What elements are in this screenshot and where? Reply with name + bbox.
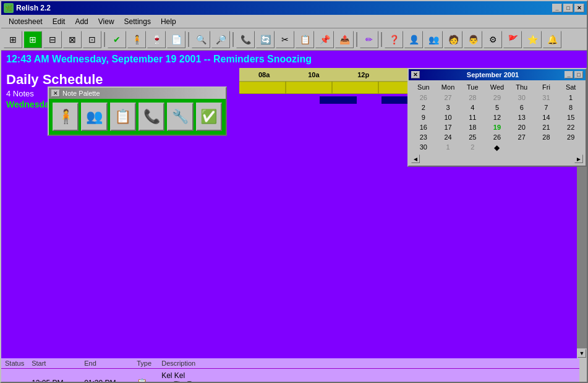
- palette-btn-phone[interactable]: 📞: [138, 103, 164, 131]
- cal-cell[interactable]: 9: [411, 112, 436, 122]
- cal-cell[interactable]: 12: [485, 112, 509, 122]
- cal-cell[interactable]: 14: [534, 112, 559, 122]
- cal-prev-btn[interactable]: ◄: [411, 154, 420, 163]
- app-title: Relish 2.2: [16, 4, 552, 12]
- minimize-button[interactable]: _: [552, 4, 562, 12]
- cal-cell[interactable]: 22: [558, 122, 583, 132]
- cal-cell[interactable]: 5: [485, 103, 509, 112]
- menu-settings[interactable]: Settings: [119, 16, 156, 27]
- close-button[interactable]: ✕: [574, 4, 584, 12]
- palette-btn-group[interactable]: 👥: [81, 103, 107, 131]
- tool-grid5[interactable]: ⊡: [83, 31, 101, 48]
- cal-cell[interactable]: 10: [436, 112, 461, 122]
- cal-cell[interactable]: 29: [485, 93, 509, 103]
- cal-cell[interactable]: 28: [460, 93, 485, 103]
- tool-paste[interactable]: 📌: [315, 31, 334, 48]
- tool-zoom[interactable]: 🔎: [211, 31, 230, 48]
- cal-cell[interactable]: 2: [411, 103, 436, 112]
- cal-cell-today[interactable]: 19: [485, 122, 509, 132]
- cal-cell[interactable]: 11: [460, 112, 485, 122]
- cal-cell: [534, 142, 559, 153]
- cal-cell[interactable]: 1: [436, 142, 461, 153]
- cal-next-btn[interactable]: ►: [574, 154, 583, 163]
- note-palette-content: 🧍 👥 📋 📞 🔧 ✅: [49, 99, 226, 135]
- cal-cell[interactable]: 29: [558, 132, 583, 142]
- cal-cell[interactable]: 28: [534, 132, 559, 142]
- cal-cell[interactable]: 4: [460, 103, 485, 112]
- tool-grid3[interactable]: ⊟: [43, 31, 62, 48]
- tool-scissors[interactable]: ✂: [276, 31, 294, 48]
- tool-star[interactable]: ⭐: [523, 31, 542, 48]
- tool-phone[interactable]: 📞: [236, 31, 255, 48]
- cal-cell[interactable]: 26: [485, 132, 509, 142]
- cal-cell[interactable]: 1: [558, 93, 583, 103]
- col-header-start: Start: [28, 358, 80, 369]
- cal-wed: Wed: [485, 83, 509, 91]
- tool-help[interactable]: ❓: [385, 31, 403, 48]
- tool-person3[interactable]: 👥: [424, 31, 443, 48]
- tool-copy[interactable]: 📋: [296, 31, 314, 48]
- cal-cell[interactable]: 16: [411, 122, 436, 132]
- cal-cell[interactable]: 27: [436, 93, 461, 103]
- tool-send[interactable]: 📤: [335, 31, 354, 48]
- col-header-desc: Description: [158, 358, 579, 369]
- cal-cell[interactable]: 7: [534, 103, 559, 112]
- tool-person4[interactable]: 🧑: [444, 31, 462, 48]
- cal-cell[interactable]: 18: [460, 122, 485, 132]
- tool-settings[interactable]: ⚙: [484, 31, 502, 48]
- menu-notesheet[interactable]: Notesheet: [4, 16, 48, 27]
- tool-flag[interactable]: 🚩: [503, 31, 522, 48]
- maximize-button[interactable]: □: [563, 4, 573, 12]
- cal-cell[interactable]: 27: [509, 132, 534, 142]
- cal-cell[interactable]: 3: [436, 103, 461, 112]
- tool-pen[interactable]: ✏: [360, 31, 378, 48]
- tool-refresh[interactable]: 🔄: [256, 31, 275, 48]
- cal-cell[interactable]: 8: [558, 103, 583, 112]
- tool-grid4[interactable]: ⊠: [63, 31, 82, 48]
- cal-cell[interactable]: 15: [558, 112, 583, 122]
- tool-person5[interactable]: 👨: [464, 31, 482, 48]
- note-palette-close-btn[interactable]: ✕: [51, 90, 60, 97]
- cal-cell[interactable]: 2: [460, 142, 485, 153]
- menu-edit[interactable]: Edit: [48, 16, 70, 27]
- palette-btn-doc[interactable]: 📋: [110, 103, 136, 131]
- calendar-nav: ◄ ►: [411, 154, 583, 163]
- cal-cell[interactable]: 23: [411, 132, 436, 142]
- cal-cell[interactable]: 13: [509, 112, 534, 122]
- menu-add[interactable]: Add: [70, 16, 93, 27]
- cal-week-5: 23 24 25 26 27 28 29: [411, 132, 583, 142]
- tool-grid1[interactable]: ⊞: [4, 31, 22, 48]
- tool-checkmark[interactable]: ✔: [108, 31, 126, 48]
- tool-search[interactable]: 🔍: [192, 31, 210, 48]
- tool-person2[interactable]: 👤: [404, 31, 423, 48]
- tool-doc[interactable]: 📄: [167, 31, 185, 48]
- tool-bell[interactable]: 🔔: [543, 31, 561, 48]
- table-row[interactable]: ↑↓ 12:05 PM 01:30 PM 📋 Kel Kel The Tower…: [1, 369, 579, 384]
- cal-cell[interactable]: 30: [509, 93, 534, 103]
- calendar-maximize-btn[interactable]: □: [574, 71, 583, 78]
- cal-cell[interactable]: 31: [534, 93, 559, 103]
- calendar-minimize-btn[interactable]: _: [565, 71, 573, 78]
- tool-grid2[interactable]: ⊞: [23, 31, 42, 48]
- menu-view[interactable]: View: [93, 16, 119, 27]
- cal-cell: [558, 142, 583, 153]
- cal-cell[interactable]: 25: [460, 132, 485, 142]
- calendar-close-btn[interactable]: ✕: [411, 71, 420, 78]
- cal-cell[interactable]: 17: [436, 122, 461, 132]
- tool-bottle[interactable]: 🍷: [147, 31, 166, 48]
- palette-btn-person[interactable]: 🧍: [53, 103, 79, 131]
- cal-cell[interactable]: 24: [436, 132, 461, 142]
- title-bar: 🌿 Relish 2.2 _ □ ✕: [1, 1, 587, 15]
- palette-btn-check[interactable]: ✅: [196, 103, 222, 131]
- tool-person[interactable]: 🧍: [127, 31, 146, 48]
- cal-cell[interactable]: 6: [509, 103, 534, 112]
- scroll-down-btn[interactable]: ▼: [577, 349, 586, 358]
- palette-btn-wrench[interactable]: 🔧: [167, 103, 193, 131]
- cal-cell[interactable]: 21: [534, 122, 559, 132]
- menu-help[interactable]: Help: [156, 16, 181, 27]
- cal-cell[interactable]: 20: [509, 122, 534, 132]
- cal-cell-diamond[interactable]: ◆: [485, 142, 509, 153]
- cal-cell[interactable]: 30: [411, 142, 436, 153]
- cal-cell[interactable]: 26: [411, 93, 436, 103]
- row1-type: 📋: [133, 369, 158, 384]
